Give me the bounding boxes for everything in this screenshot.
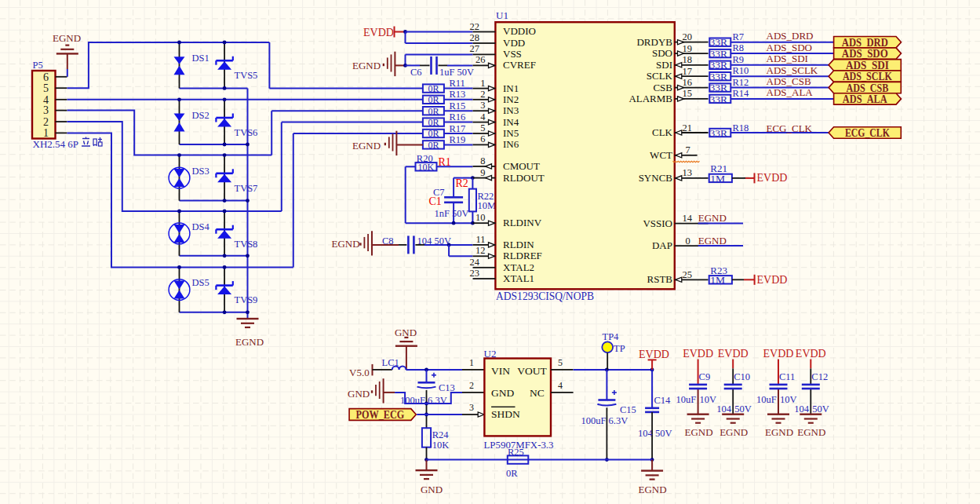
svg-text:R21: R21	[710, 163, 727, 174]
svg-text:22: 22	[470, 21, 480, 32]
svg-text:24: 24	[470, 257, 480, 268]
svg-text:28: 28	[470, 32, 480, 43]
svg-text:C12: C12	[811, 371, 828, 382]
svg-text:0: 0	[686, 236, 690, 247]
svg-text:R17: R17	[449, 123, 465, 134]
svg-text:19: 19	[683, 43, 693, 54]
svg-text:GND: GND	[421, 484, 443, 495]
svg-text:2: 2	[43, 116, 49, 128]
svg-text:C1: C1	[429, 195, 442, 207]
svg-text:1nF 50V: 1nF 50V	[435, 208, 469, 219]
svg-text:2: 2	[469, 380, 474, 391]
svg-text:U1: U1	[496, 9, 508, 21]
svg-text:ADS_ALA: ADS_ALA	[843, 93, 888, 105]
svg-text:GND: GND	[348, 388, 370, 400]
svg-text:27: 27	[470, 43, 480, 54]
svg-text:ADS_SDI: ADS_SDI	[846, 60, 889, 71]
svg-text:ADS_CSB: ADS_CSB	[846, 82, 888, 94]
svg-text:10V: 10V	[700, 394, 717, 405]
svg-text:R19: R19	[449, 134, 465, 145]
svg-text:TVS6: TVS6	[235, 127, 258, 138]
svg-text:EGND: EGND	[765, 426, 793, 438]
svg-text:RLDREF: RLDREF	[503, 250, 542, 261]
svg-text:ADS1293CISQ/NOPB: ADS1293CISQ/NOPB	[496, 290, 594, 302]
svg-text:ECG_CLK: ECG_CLK	[845, 127, 890, 139]
svg-text:VSS: VSS	[503, 48, 522, 60]
svg-text:SHDN: SHDN	[491, 408, 520, 420]
svg-text:12: 12	[475, 245, 486, 256]
svg-text:50V: 50V	[812, 404, 829, 415]
svg-text:33R: 33R	[709, 71, 727, 82]
svg-text:SDI: SDI	[656, 59, 672, 71]
svg-text:50V: 50V	[734, 404, 752, 415]
svg-text:IN1: IN1	[503, 82, 519, 94]
svg-text:TVS8: TVS8	[235, 239, 258, 250]
svg-text:33R: 33R	[709, 93, 727, 105]
svg-text:1uF 50V: 1uF 50V	[439, 67, 474, 78]
svg-text:6: 6	[480, 133, 485, 144]
svg-text:EVDD: EVDD	[363, 27, 394, 38]
svg-text:0R: 0R	[428, 83, 439, 94]
svg-text:GND: GND	[491, 387, 514, 399]
svg-text:EGND: EGND	[53, 32, 81, 44]
svg-text:104: 104	[716, 404, 732, 415]
svg-text:EGND: EGND	[698, 235, 727, 247]
svg-text:IN4: IN4	[503, 116, 519, 128]
svg-text:EVDD: EVDD	[718, 348, 749, 360]
svg-text:3: 3	[469, 402, 474, 413]
svg-text:10M: 10M	[478, 200, 497, 211]
svg-text:RSTB: RSTB	[647, 273, 672, 285]
svg-text:8: 8	[480, 155, 485, 166]
svg-text:EGND: EGND	[685, 426, 713, 438]
svg-text:R1: R1	[439, 156, 451, 168]
svg-text:ADS_DRD: ADS_DRD	[767, 30, 814, 42]
svg-text:C15: C15	[620, 404, 636, 415]
svg-text:0R: 0R	[428, 117, 439, 128]
svg-text:C13: C13	[439, 382, 455, 393]
svg-text:R12: R12	[733, 77, 749, 88]
svg-text:13: 13	[683, 167, 693, 178]
svg-text:1: 1	[480, 78, 485, 89]
svg-text:TVS5: TVS5	[235, 70, 258, 81]
svg-text:10K: 10K	[432, 440, 450, 451]
svg-text:DS2: DS2	[192, 110, 209, 121]
svg-text:11: 11	[475, 234, 485, 245]
svg-text:C11: C11	[779, 371, 795, 382]
svg-text:RLDIN: RLDIN	[503, 239, 534, 250]
svg-text:DS3: DS3	[192, 166, 209, 177]
svg-text:0R: 0R	[506, 468, 518, 479]
svg-text:10uF: 10uF	[756, 394, 777, 405]
svg-text:ALARMB: ALARMB	[628, 93, 672, 104]
svg-text:VOUT: VOUT	[517, 365, 547, 377]
svg-text:10: 10	[475, 212, 486, 223]
svg-text:0R: 0R	[428, 140, 439, 151]
svg-text:DAP: DAP	[652, 239, 672, 251]
svg-text:TVS7: TVS7	[235, 183, 258, 194]
svg-text:33R: 33R	[709, 48, 727, 60]
svg-text:EVDD: EVDD	[757, 274, 788, 286]
svg-text:DS4: DS4	[192, 221, 210, 232]
svg-text:21: 21	[683, 122, 693, 133]
svg-text:EGND: EGND	[352, 140, 381, 152]
svg-text:VSSIO: VSSIO	[643, 217, 672, 229]
svg-text:CSB: CSB	[653, 82, 672, 93]
svg-text:EGND: EGND	[638, 484, 666, 495]
svg-text:EVDD: EVDD	[683, 348, 713, 360]
svg-text:5: 5	[558, 357, 563, 368]
svg-text:R2: R2	[456, 177, 468, 189]
svg-text:3: 3	[43, 104, 49, 116]
svg-text:P5: P5	[33, 60, 43, 71]
svg-text:1M: 1M	[710, 173, 725, 184]
svg-text:VDD: VDD	[503, 37, 525, 49]
svg-text:NC: NC	[530, 387, 545, 399]
svg-text:IN2: IN2	[503, 93, 519, 105]
svg-text:IN5: IN5	[503, 127, 519, 139]
svg-text:R9: R9	[733, 54, 745, 65]
svg-text:V5.0: V5.0	[349, 367, 370, 378]
svg-text:20: 20	[683, 31, 693, 42]
svg-text:SYNCB: SYNCB	[639, 172, 673, 184]
svg-text:R14: R14	[733, 88, 750, 99]
svg-text:SCLK: SCLK	[647, 70, 673, 82]
svg-text:ADS_SDO: ADS_SDO	[842, 48, 888, 60]
svg-text:16: 16	[683, 77, 693, 88]
